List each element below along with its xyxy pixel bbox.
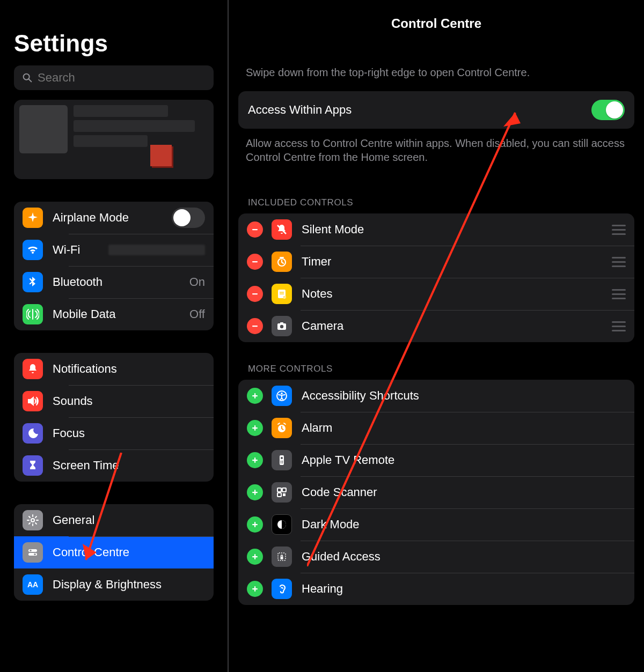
search-field[interactable] xyxy=(14,65,214,90)
svg-rect-35 xyxy=(252,293,258,294)
timer-icon xyxy=(275,255,288,268)
access-description: Allow access to Control Centre within ap… xyxy=(246,136,627,164)
lock-icon xyxy=(275,550,288,563)
silent-label: Silent Mode xyxy=(302,223,612,237)
add-button[interactable] xyxy=(247,516,263,533)
profile-card[interactable] xyxy=(14,100,214,179)
svg-line-32 xyxy=(29,79,32,82)
switches-icon xyxy=(26,546,39,559)
airplane-toggle[interactable] xyxy=(172,208,205,228)
bluetooth-label: Bluetooth xyxy=(53,275,189,289)
sidebar-item-sounds[interactable]: Sounds xyxy=(14,385,214,417)
sidebar-item-mobiledata[interactable]: Mobile Data Off xyxy=(14,298,214,330)
sounds-label: Sounds xyxy=(53,394,205,408)
drag-handle[interactable] xyxy=(612,225,626,235)
svg-rect-48 xyxy=(254,554,255,559)
accessibility-icon xyxy=(275,389,288,402)
notes-icon xyxy=(272,284,292,304)
sidebar-item-notifications[interactable]: Notifications xyxy=(14,353,214,385)
bluetooth-icon xyxy=(23,272,43,292)
switches-icon xyxy=(23,542,43,563)
alarm-icon xyxy=(272,418,292,438)
remove-button[interactable] xyxy=(247,221,263,238)
notes-label: Notes xyxy=(302,287,612,301)
appletv-label: Apple TV Remote xyxy=(302,453,626,467)
sidebar-group: Airplane Mode Wi-Fi Bluetooth On Mobile … xyxy=(14,202,214,330)
drag-handle[interactable] xyxy=(612,321,626,331)
accessibility-icon xyxy=(272,386,292,406)
speaker-icon xyxy=(26,395,39,408)
control-item-codescanner[interactable]: Code Scanner xyxy=(238,476,634,508)
sidebar-item-screentime[interactable]: Screen Time xyxy=(14,449,214,482)
mobiledata-value: Off xyxy=(189,307,205,321)
access-toggle[interactable] xyxy=(591,100,625,120)
sidebar-item-wifi[interactable]: Wi-Fi xyxy=(14,234,214,266)
more-header: MORE CONTROLS xyxy=(248,364,625,374)
included-header: INCLUDED CONTROLS xyxy=(248,197,625,208)
moon-icon xyxy=(23,423,43,444)
control-item-darkmode[interactable]: Dark Mode xyxy=(238,508,634,541)
aa-icon xyxy=(23,574,43,595)
search-icon xyxy=(21,72,33,84)
darkmode-label: Dark Mode xyxy=(302,518,626,531)
svg-rect-34 xyxy=(252,261,258,262)
gear-icon xyxy=(23,510,43,530)
sidebar-item-general[interactable]: General xyxy=(14,504,214,536)
remove-button[interactable] xyxy=(247,286,263,302)
bell-icon xyxy=(26,363,39,375)
sidebar-item-bluetooth[interactable]: Bluetooth On xyxy=(14,266,214,298)
notifications-label: Notifications xyxy=(53,362,205,376)
drag-handle[interactable] xyxy=(612,257,626,267)
access-within-apps-row[interactable]: Access Within Apps xyxy=(238,91,634,129)
hourglass-icon xyxy=(26,459,39,472)
control-item-silent[interactable]: Silent Mode xyxy=(238,213,634,246)
add-button[interactable] xyxy=(247,549,263,565)
access-label: Access Within Apps xyxy=(248,103,352,117)
search-input[interactable] xyxy=(38,71,206,85)
remove-button[interactable] xyxy=(247,318,263,334)
gear-icon xyxy=(26,514,39,527)
wifi-icon xyxy=(26,243,39,256)
included-controls-list: Silent Mode Timer Notes Camera xyxy=(238,213,634,342)
screentime-label: Screen Time xyxy=(53,459,205,472)
control-item-appletv[interactable]: Apple TV Remote xyxy=(238,444,634,476)
speaker-icon xyxy=(23,391,43,411)
sidebar-item-airplane[interactable]: Airplane Mode xyxy=(14,202,214,234)
control-item-guidedaccess[interactable]: Guided Access xyxy=(238,541,634,573)
control-item-hearing[interactable]: Hearing xyxy=(238,573,634,605)
add-button[interactable] xyxy=(247,581,263,597)
qr-icon xyxy=(272,482,292,503)
timer-label: Timer xyxy=(302,255,612,269)
control-item-accessibility[interactable]: Accessibility Shortcuts xyxy=(238,380,634,412)
control-item-camera[interactable]: Camera xyxy=(238,310,634,342)
settings-title: Settings xyxy=(14,30,214,57)
ear-icon xyxy=(275,582,288,595)
sidebar-item-display[interactable]: Display & Brightness xyxy=(14,568,214,601)
bell-slash-icon xyxy=(272,219,292,240)
sidebar-group: General Control Centre Display & Brightn… xyxy=(14,504,214,601)
control-item-alarm[interactable]: Alarm xyxy=(238,412,634,444)
alarm-icon xyxy=(275,422,288,434)
guidedaccess-label: Guided Access xyxy=(302,550,626,564)
bluetooth-icon xyxy=(26,276,39,289)
control-item-timer[interactable]: Timer xyxy=(238,246,634,278)
add-button[interactable] xyxy=(247,484,263,500)
more-controls-list: Accessibility Shortcuts Alarm Apple TV R… xyxy=(238,380,634,605)
remove-button[interactable] xyxy=(247,254,263,270)
codescanner-label: Code Scanner xyxy=(302,485,626,499)
svg-rect-38 xyxy=(254,393,255,398)
wifi-icon xyxy=(23,240,43,260)
svg-rect-44 xyxy=(254,490,255,495)
add-button[interactable] xyxy=(247,388,263,404)
add-button[interactable] xyxy=(247,452,263,468)
intro-text: Swipe down from the top-right edge to op… xyxy=(246,65,627,79)
sidebar-item-focus[interactable]: Focus xyxy=(14,417,214,449)
control-item-notes[interactable]: Notes xyxy=(238,278,634,310)
sidebar-group: Notifications Sounds Focus Screen Time xyxy=(14,353,214,482)
add-button[interactable] xyxy=(247,420,263,436)
bell-slash-icon xyxy=(275,223,288,236)
darkmode-icon xyxy=(275,518,288,531)
remote-icon xyxy=(272,450,292,470)
sidebar-item-controlcentre[interactable]: Control Centre xyxy=(14,536,214,568)
drag-handle[interactable] xyxy=(612,289,626,299)
